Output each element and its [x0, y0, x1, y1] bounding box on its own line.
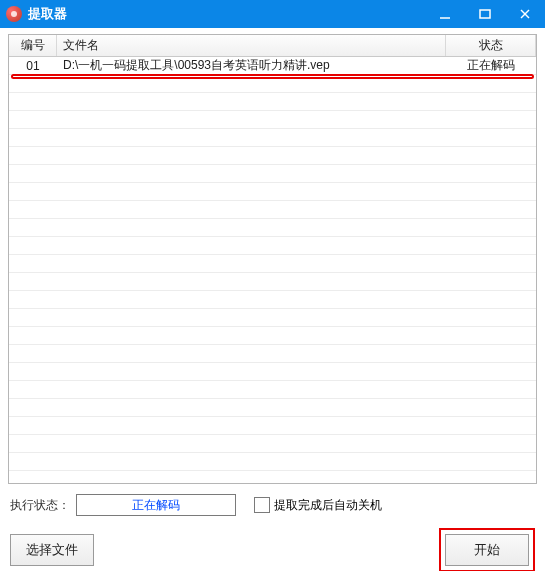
table-row-empty	[9, 237, 536, 255]
table-row-empty	[9, 327, 536, 345]
table-row-empty	[9, 291, 536, 309]
table-row-empty	[9, 309, 536, 327]
cell-file: D:\一机一码提取工具\00593自考英语听力精讲.vep	[57, 57, 446, 74]
status-label: 执行状态：	[10, 497, 70, 514]
svg-rect-2	[480, 10, 490, 18]
table-row-empty	[9, 147, 536, 165]
table-row-empty	[9, 111, 536, 129]
start-button[interactable]: 开始	[445, 534, 529, 566]
table-row-empty	[9, 255, 536, 273]
table-row-empty	[9, 399, 536, 417]
table-body: 01 D:\一机一码提取工具\00593自考英语听力精讲.vep 正在解码	[9, 57, 536, 471]
table-row-empty	[9, 183, 536, 201]
cell-no: 01	[9, 59, 57, 73]
footer: 执行状态： 正在解码 提取完成后自动关机 选择文件 开始	[8, 484, 537, 571]
svg-point-0	[11, 11, 17, 17]
column-header-file[interactable]: 文件名	[57, 35, 446, 56]
table-row-empty	[9, 435, 536, 453]
column-header-no[interactable]: 编号	[9, 35, 57, 56]
table-row-empty	[9, 453, 536, 471]
select-file-button[interactable]: 选择文件	[10, 534, 94, 566]
status-value-box: 正在解码	[76, 494, 236, 516]
cell-status: 正在解码	[446, 57, 536, 74]
table-row-empty	[9, 273, 536, 291]
table-row-empty	[9, 345, 536, 363]
maximize-button[interactable]	[465, 0, 505, 28]
start-button-highlight: 开始	[439, 528, 535, 571]
close-button[interactable]	[505, 0, 545, 28]
table-row-empty	[9, 93, 536, 111]
table-row-empty	[9, 363, 536, 381]
table-row-empty	[9, 129, 536, 147]
file-table: 编号 文件名 状态 01 D:\一机一码提取工具\00593自考英语听力精讲.v…	[8, 34, 537, 484]
shutdown-checkbox[interactable]: 提取完成后自动关机	[254, 497, 382, 514]
table-row-empty	[9, 219, 536, 237]
shutdown-label: 提取完成后自动关机	[274, 497, 382, 514]
table-row-empty	[9, 417, 536, 435]
minimize-button[interactable]	[425, 0, 465, 28]
table-header: 编号 文件名 状态	[9, 35, 536, 57]
table-row-empty	[9, 165, 536, 183]
window-title: 提取器	[28, 5, 67, 23]
table-row-empty	[9, 201, 536, 219]
column-header-status[interactable]: 状态	[446, 35, 536, 56]
checkbox-icon	[254, 497, 270, 513]
app-icon	[6, 6, 22, 22]
status-value: 正在解码	[132, 497, 180, 514]
titlebar: 提取器	[0, 0, 545, 28]
table-row-empty	[9, 75, 536, 93]
table-row[interactable]: 01 D:\一机一码提取工具\00593自考英语听力精讲.vep 正在解码	[9, 57, 536, 75]
table-row-empty	[9, 381, 536, 399]
